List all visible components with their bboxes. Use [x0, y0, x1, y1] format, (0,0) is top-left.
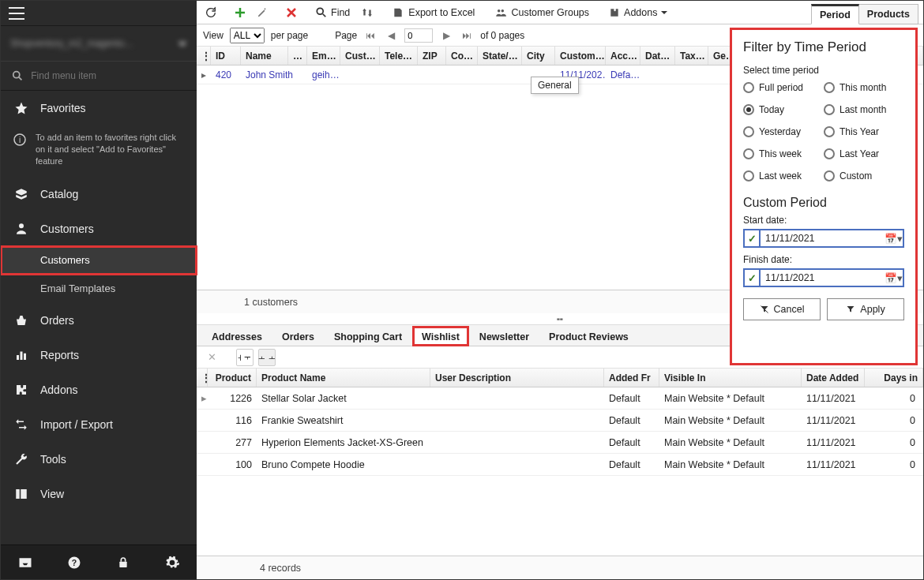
col-acc[interactable]: Acc…	[606, 47, 640, 65]
wcol-visible[interactable]: Visible In	[659, 369, 802, 387]
wcol-desc[interactable]: User Description	[430, 369, 604, 387]
nav-label: Customers	[40, 223, 94, 235]
close-panel-button[interactable]: ✕	[203, 349, 220, 366]
sort-button[interactable]	[358, 3, 377, 22]
sidebar: Shopventory_m2_magento… Favorites i To a…	[1, 1, 197, 579]
edit-button[interactable]	[253, 3, 272, 22]
apply-button[interactable]: Apply	[827, 298, 904, 320]
wishlist-row[interactable]: 100Bruno Compete HoodieDefaultMain Websi…	[197, 454, 923, 476]
wcol-days[interactable]: Days in	[865, 369, 923, 387]
delete-button[interactable]	[282, 3, 301, 22]
radio-last-week[interactable]: Last week	[743, 170, 824, 181]
tab-newsletter[interactable]: Newsletter	[471, 327, 538, 346]
tab-orders[interactable]: Orders	[273, 327, 323, 346]
tab-product-reviews[interactable]: Product Reviews	[540, 327, 637, 346]
wcol-product[interactable]: Product	[208, 369, 257, 387]
wcol-date[interactable]: Date Added	[802, 369, 865, 387]
calendar-icon[interactable]: 📅▾	[884, 233, 903, 245]
check-icon[interactable]: ✓	[745, 270, 761, 286]
menu-search-input[interactable]	[31, 70, 186, 81]
tab-addresses[interactable]: Addresses	[203, 327, 271, 346]
col-dat[interactable]: Dat…	[640, 47, 675, 65]
nav-addons[interactable]: Addons	[1, 372, 197, 407]
pager-next[interactable]: ▶	[439, 28, 453, 43]
puzzle-icon	[13, 382, 29, 398]
row-selector-col[interactable]: ⋮	[197, 47, 211, 65]
inbox-icon[interactable]	[17, 555, 33, 571]
wishlist-row[interactable]: 116Frankie SweatshirtDefaultMain Website…	[197, 410, 923, 432]
cancel-button[interactable]: Cancel	[743, 298, 821, 320]
find-button[interactable]: Find	[311, 3, 355, 22]
calendar-icon[interactable]: 📅▾	[884, 272, 903, 284]
radio-custom[interactable]: Custom	[824, 170, 904, 181]
wcol-name[interactable]: Product Name	[257, 369, 430, 387]
svg-text:i: i	[19, 136, 21, 144]
layout-button-1[interactable]: ⫞⫟	[236, 349, 254, 366]
customer-groups-button[interactable]: Customer Groups	[490, 3, 594, 22]
export-excel-button[interactable]: Export to Excel	[387, 3, 479, 22]
col-id[interactable]: ID	[211, 47, 241, 65]
transfer-icon	[13, 417, 29, 432]
radio-this-week[interactable]: This week	[743, 148, 824, 159]
hamburger-icon[interactable]	[9, 7, 24, 20]
pager-prev[interactable]: ◀	[384, 28, 398, 43]
svg-point-15	[498, 9, 501, 11]
svg-line-14	[323, 13, 326, 17]
nav-label: Addons	[40, 384, 77, 396]
nav-import-export[interactable]: Import / Export	[1, 407, 197, 442]
radio-yesterday[interactable]: Yesterday	[743, 126, 824, 137]
finish-date-field[interactable]: ✓ 11/11/2021 📅▾	[743, 268, 904, 287]
col-state[interactable]: State/…	[478, 47, 522, 65]
col-name[interactable]: Name	[241, 47, 288, 65]
nav-view[interactable]: View	[1, 477, 197, 511]
refresh-button[interactable]	[201, 3, 220, 22]
pager-first[interactable]: ⏮	[363, 28, 377, 43]
lock-icon[interactable]	[115, 555, 131, 571]
radio-today[interactable]: Today	[743, 104, 824, 115]
nav-orders[interactable]: Orders	[1, 303, 197, 338]
nav-customers-sub[interactable]: Customers	[1, 246, 197, 275]
col-city[interactable]: City	[522, 47, 555, 65]
tab-shopping-cart[interactable]: Shopping Cart	[325, 327, 411, 346]
wcol-addedfrom[interactable]: Added Fr	[604, 369, 659, 387]
pager-current-input[interactable]	[404, 28, 433, 43]
svg-point-16	[501, 9, 505, 11]
tab-period[interactable]: Period	[811, 4, 859, 24]
col-dots[interactable]: …	[288, 47, 307, 65]
start-date-field[interactable]: ✓ 11/11/2021 📅▾	[743, 229, 904, 248]
wishlist-row[interactable]: 277Hyperion Elements Jacket-XS-GreenDefa…	[197, 432, 923, 454]
per-page-select[interactable]: ALL	[230, 28, 265, 43]
col-custom[interactable]: Custom…	[555, 47, 606, 65]
col-cust[interactable]: Cust…	[340, 47, 380, 65]
wishlist-header: ⋮ Product Product Name User Description …	[197, 369, 923, 387]
svg-point-0	[13, 72, 20, 78]
radio-last-month[interactable]: Last month	[824, 104, 904, 115]
store-selector[interactable]: Shopventory_m2_magento…	[1, 26, 197, 61]
nav-customers[interactable]: Customers	[1, 211, 197, 246]
col-zip[interactable]: ZIP	[418, 47, 446, 65]
tab-products[interactable]: Products	[859, 4, 918, 24]
layout-button-2[interactable]: ⫠⫠	[258, 349, 276, 366]
nav-email-templates[interactable]: Email Templates	[1, 275, 197, 303]
menu-search[interactable]	[1, 61, 197, 91]
nav-tools[interactable]: Tools	[1, 442, 197, 477]
col-co[interactable]: Co…	[446, 47, 478, 65]
radio-this-month[interactable]: This month	[824, 82, 904, 93]
radio-this-year[interactable]: This Year	[824, 126, 904, 137]
col-tele[interactable]: Tele…	[380, 47, 418, 65]
radio-full-period[interactable]: Full period	[743, 82, 824, 93]
nav-reports[interactable]: Reports	[1, 338, 197, 372]
check-icon[interactable]: ✓	[745, 230, 761, 246]
nav-favorites[interactable]: Favorites	[1, 91, 197, 125]
nav-catalog[interactable]: Catalog	[1, 177, 197, 211]
addons-dropdown[interactable]: Addons	[604, 3, 672, 22]
gear-icon[interactable]	[164, 555, 180, 571]
pager-last[interactable]: ⏭	[460, 28, 474, 43]
tab-wishlist[interactable]: Wishlist	[413, 327, 468, 346]
col-em[interactable]: Em…	[307, 47, 340, 65]
help-icon[interactable]: ?	[66, 555, 82, 571]
col-tax[interactable]: Tax…	[675, 47, 708, 65]
wishlist-row[interactable]: ▸1226Stellar Solar JacketDefaultMain Web…	[197, 387, 923, 410]
radio-last-year[interactable]: Last Year	[824, 148, 904, 159]
add-button[interactable]	[231, 3, 250, 22]
